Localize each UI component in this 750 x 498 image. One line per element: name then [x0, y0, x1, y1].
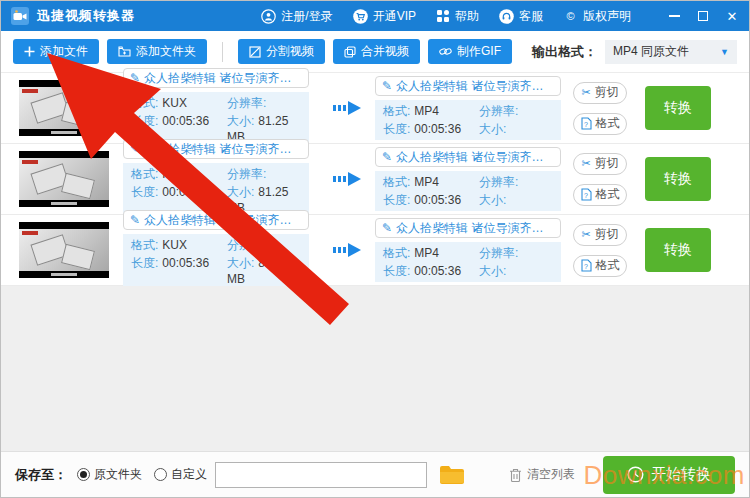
file-question-icon: ?: [581, 117, 592, 130]
source-panel: ✎ 众人拾柴特辑 诸位导演齐助力... 格式:KUX 分辨率: 长度:00:05…: [123, 139, 309, 219]
edit-pencil-icon: ✎: [382, 222, 392, 234]
size-label: 大小:: [227, 256, 254, 270]
source-title-chip[interactable]: ✎ 众人拾柴特辑 诸位导演齐助力...: [123, 68, 309, 88]
split-video-button[interactable]: 分割视频: [238, 39, 325, 64]
customer-service-button[interactable]: 客服: [499, 8, 543, 25]
target-info-panel: 格式:MP4 分辨率: 长度:00:05:36 大小:: [375, 100, 561, 140]
source-title-chip[interactable]: ✎ 众人拾柴特辑 诸位导演齐助力...: [123, 210, 309, 230]
radio-custom[interactable]: [154, 468, 167, 481]
cut-label: 剪切: [595, 155, 619, 172]
row-actions: ✂ 剪切 ? 格式: [573, 82, 627, 135]
target-info-panel: 格式:MP4 分辨率: 长度:00:05:36 大小:: [375, 171, 561, 211]
format-button[interactable]: ? 格式: [573, 255, 627, 277]
clear-list-label: 清空列表: [527, 466, 575, 483]
size-label: 大小:: [479, 264, 506, 278]
target-title: 众人拾柴特辑 诸位导演齐助力...: [396, 149, 554, 166]
target-info-panel: 格式:MP4 分辨率: 长度:00:05:36 大小:: [375, 242, 561, 282]
add-folder-button[interactable]: 添加文件夹: [107, 39, 207, 64]
cut-button[interactable]: ✂ 剪切: [573, 224, 627, 246]
radio-custom-label[interactable]: 自定义: [171, 466, 207, 483]
source-info-panel: 格式:KUX 分辨率: 长度:00:05:36 大小:81.25 MB: [123, 234, 309, 290]
radio-original-folder-label[interactable]: 原文件夹: [94, 466, 142, 483]
customer-service-label: 客服: [519, 8, 543, 25]
video-thumbnail: [19, 151, 109, 207]
cut-label: 剪切: [595, 84, 619, 101]
plus-icon: [24, 46, 35, 57]
resolution-label: 分辨率:: [479, 104, 518, 118]
duration-label: 长度:: [383, 264, 410, 278]
make-gif-button[interactable]: 制作GIF: [428, 39, 512, 64]
source-duration-value: 00:05:36: [162, 185, 209, 199]
source-panel: ✎ 众人拾柴特辑 诸位导演齐助力... 格式:KUX 分辨率: 长度:00:05…: [123, 210, 309, 290]
folder-icon: [439, 465, 465, 485]
headset-icon: [499, 9, 514, 24]
clear-list-button[interactable]: 清空列表: [509, 466, 575, 483]
video-thumbnail: [19, 80, 109, 136]
target-title-chip[interactable]: ✎ 众人拾柴特辑 诸位导演齐助力...: [375, 147, 561, 167]
dashed-arrow-icon: [333, 172, 361, 186]
toolbar-divider: [222, 42, 223, 62]
maximize-button[interactable]: [696, 9, 710, 23]
convert-button[interactable]: 转换: [645, 86, 711, 130]
format-label-btn: 格式: [596, 257, 620, 274]
clock-icon: [627, 466, 644, 483]
cut-button[interactable]: ✂ 剪切: [573, 153, 627, 175]
output-format-dropdown[interactable]: MP4 同原文件 ▼: [605, 40, 737, 64]
merge-video-label: 合并视频: [361, 43, 409, 60]
browse-folder-button[interactable]: [439, 465, 465, 485]
minimize-button[interactable]: [667, 9, 681, 23]
convert-button[interactable]: 转换: [645, 157, 711, 201]
file-list: ✎ 众人拾柴特辑 诸位导演齐助力... 格式:KUX 分辨率: 长度:00:05…: [1, 73, 749, 286]
titlebar: 迅捷视频转换器 注册/登录 开通VIP: [1, 1, 749, 31]
close-button[interactable]: ✕: [725, 9, 739, 23]
format-label-btn: 格式: [596, 186, 620, 203]
thumbnail-subtitle-strip: [51, 273, 77, 276]
vip-button[interactable]: 开通VIP: [353, 8, 416, 25]
thumbnail-subtitle-strip: [51, 131, 77, 134]
cart-icon: [353, 9, 368, 24]
target-duration-value: 00:05:36: [414, 264, 461, 278]
scissors-icon: ✂: [581, 229, 590, 240]
copyright-icon: ©: [563, 9, 578, 24]
target-title: 众人拾柴特辑 诸位导演齐助力...: [396, 220, 554, 237]
cut-label: 剪切: [595, 226, 619, 243]
merge-icon: [344, 46, 356, 58]
size-label: 大小:: [479, 193, 506, 207]
cut-button[interactable]: ✂ 剪切: [573, 82, 627, 104]
split-video-label: 分割视频: [266, 43, 314, 60]
duration-label: 长度:: [383, 122, 410, 136]
target-title-chip[interactable]: ✎ 众人拾柴特辑 诸位导演齐助力...: [375, 218, 561, 238]
format-label: 格式:: [383, 246, 410, 260]
file-row: ✎ 众人拾柴特辑 诸位导演齐助力... 格式:KUX 分辨率: 长度:00:05…: [1, 215, 749, 286]
resolution-label: 分辨率:: [227, 167, 266, 181]
folder-plus-icon: [118, 46, 131, 57]
trash-icon: [509, 468, 522, 482]
source-format-value: KUX: [162, 96, 187, 110]
source-title: 众人拾柴特辑 诸位导演齐助力...: [144, 212, 302, 229]
format-button[interactable]: ? 格式: [573, 184, 627, 206]
register-login-button[interactable]: 注册/登录: [261, 8, 332, 25]
convert-button[interactable]: 转换: [645, 228, 711, 272]
file-row: ✎ 众人拾柴特辑 诸位导演齐助力... 格式:KUX 分辨率: 长度:00:05…: [1, 73, 749, 144]
source-title-chip[interactable]: ✎ 众人拾柴特辑 诸位导演齐助力...: [123, 139, 309, 159]
target-title-chip[interactable]: ✎ 众人拾柴特辑 诸位导演齐助力...: [375, 76, 561, 96]
size-label: 大小:: [479, 122, 506, 136]
copyright-button[interactable]: © 版权声明: [563, 8, 631, 25]
target-panel: ✎ 众人拾柴特辑 诸位导演齐助力... 格式:MP4 分辨率: 长度:00:05…: [375, 76, 561, 140]
start-convert-button[interactable]: 开始转换: [603, 456, 735, 494]
app-title: 迅捷视频转换器: [37, 7, 135, 25]
file-question-icon: ?: [581, 259, 592, 272]
target-format-value: MP4: [414, 246, 439, 260]
help-button[interactable]: 帮助: [436, 8, 479, 25]
format-button[interactable]: ? 格式: [573, 113, 627, 135]
thumbnail-logo-mark: [22, 89, 38, 93]
edit-pencil-icon: ✎: [382, 80, 392, 92]
file-question-icon: ?: [581, 188, 592, 201]
add-file-button[interactable]: 添加文件: [13, 39, 99, 64]
duration-label: 长度:: [131, 256, 158, 270]
save-path-input[interactable]: [215, 462, 427, 488]
merge-video-button[interactable]: 合并视频: [333, 39, 420, 64]
radio-original-folder[interactable]: [77, 468, 90, 481]
chevron-down-icon: ▼: [720, 47, 729, 57]
split-icon: [249, 46, 261, 58]
